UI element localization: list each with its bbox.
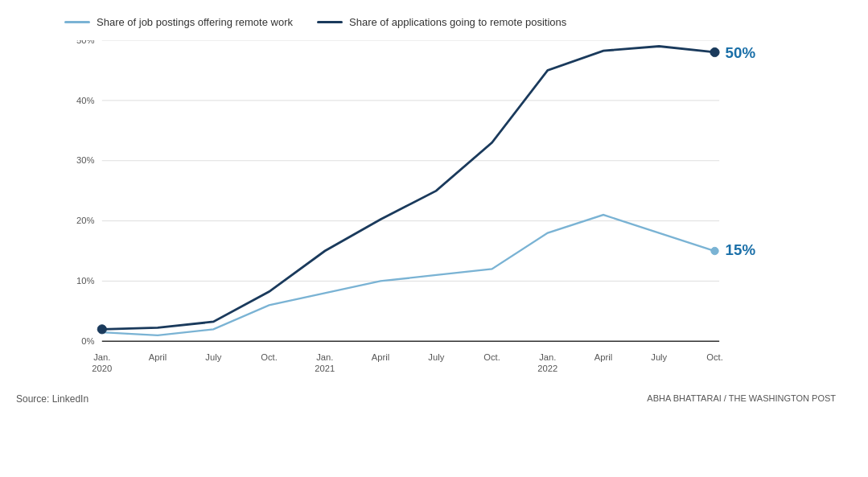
x-label-oct2020: Oct. [261, 352, 278, 362]
y-label-0: 0% [81, 336, 94, 346]
legend-line-postings [64, 21, 90, 23]
source-line: Source: LinkedIn ABHA BHATTARAI / THE WA… [16, 393, 844, 405]
x-label-jan2021: Jan. [316, 352, 333, 362]
x-label-july2020: July [205, 352, 221, 362]
y-label-30: 30% [76, 155, 94, 165]
dot-end-applications [710, 47, 719, 56]
y-label-50: 50% [76, 40, 94, 45]
y-label-40: 40% [76, 96, 94, 105]
x-label-2020: 2020 [92, 364, 112, 373]
legend-label-postings: Share of job postings offering remote wo… [97, 16, 293, 28]
chart-area: 0% 10% 20% 30% 40% 50% Jan. 2020 April J… [64, 40, 780, 389]
line-applications [102, 46, 715, 329]
legend-item-postings: Share of job postings offering remote wo… [64, 16, 293, 28]
x-label-july2021: July [428, 352, 444, 362]
dot-start-applications [97, 325, 106, 334]
x-label-april2021: April [372, 352, 389, 362]
legend-item-applications: Share of applications going to remote po… [317, 16, 566, 28]
x-label-july2022: July [651, 352, 667, 362]
end-label-50pct: 50% [726, 44, 756, 61]
x-label-jan2022: Jan. [539, 352, 556, 362]
line-postings [102, 215, 715, 335]
x-label-oct2022: Oct. [706, 352, 723, 362]
end-label-15pct: 15% [726, 241, 756, 258]
x-label-2021: 2021 [315, 364, 335, 373]
x-label-april2022: April [594, 352, 612, 362]
y-label-10: 10% [76, 276, 94, 286]
legend-line-applications [317, 21, 343, 23]
y-label-20: 20% [76, 216, 94, 225]
x-label-2022: 2022 [537, 364, 557, 373]
legend: Share of job postings offering remote wo… [64, 16, 844, 28]
legend-label-applications: Share of applications going to remote po… [349, 16, 566, 28]
x-label-jan2020: Jan. [93, 352, 110, 362]
x-label-oct2021: Oct. [483, 352, 500, 362]
dot-end-postings [711, 247, 718, 254]
chart-svg: 0% 10% 20% 30% 40% 50% Jan. 2020 April J… [64, 40, 780, 386]
credit-text: ABHA BHATTARAI / THE WASHINGTON POST [647, 393, 836, 405]
x-label-april2020: April [149, 352, 167, 362]
chart-container: Share of job postings offering remote wo… [0, 0, 868, 477]
source-text: Source: LinkedIn [16, 393, 88, 405]
